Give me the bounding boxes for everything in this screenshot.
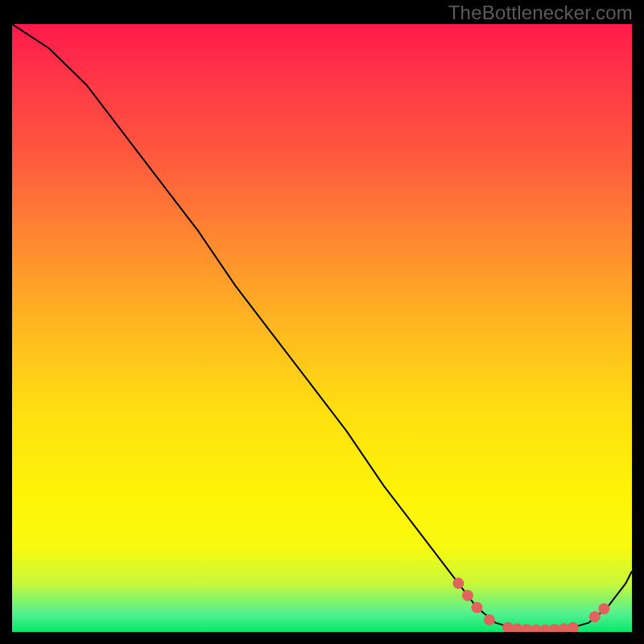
data-marker [462,590,473,601]
bottleneck-curve [12,24,632,630]
data-marker [568,622,579,632]
chart-frame: TheBottlenecker.com [0,0,644,644]
data-marker [598,603,609,614]
data-marker [484,614,495,625]
data-marker [589,611,601,622]
data-marker [472,602,483,613]
watermark-text: TheBottlenecker.com [448,2,633,24]
data-marker [452,578,464,589]
curve-layer [12,24,632,632]
plot-area [12,24,632,632]
